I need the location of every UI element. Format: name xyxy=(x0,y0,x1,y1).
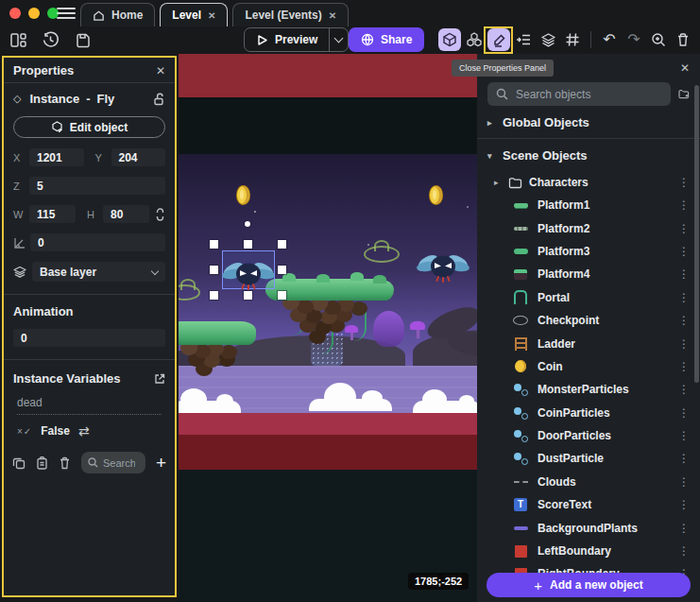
row-menu-icon[interactable]: ⋮ xyxy=(678,522,690,535)
object-item-ladder[interactable]: Ladder ⋮ xyxy=(477,332,700,354)
object-item-clouds[interactable]: Clouds ⋮ xyxy=(477,471,700,493)
platform-sprite[interactable] xyxy=(179,321,256,345)
3d-view-icon[interactable] xyxy=(438,28,461,51)
instances-icon[interactable] xyxy=(463,28,486,51)
object-item-platform1[interactable]: Platform1 ⋮ xyxy=(477,194,700,216)
panels-layout-icon[interactable] xyxy=(9,30,28,50)
group-scene-objects[interactable]: ▾ Scene Objects xyxy=(477,139,700,171)
close-tab-icon[interactable]: ✕ xyxy=(208,10,215,21)
animation-input[interactable]: 0 xyxy=(13,329,165,347)
object-item-checkpoint[interactable]: Checkpoint ⋮ xyxy=(477,309,700,332)
object-item-platform2[interactable]: Platform2 ⋮ xyxy=(477,216,700,239)
object-item-scoretext[interactable]: ScoreText ⋮ xyxy=(477,493,700,516)
row-menu-icon[interactable]: ⋮ xyxy=(678,245,690,258)
object-item-platform3[interactable]: Platform3 ⋮ xyxy=(477,240,700,263)
row-menu-icon[interactable]: ⋮ xyxy=(678,314,690,327)
variable-value[interactable]: False xyxy=(41,424,70,438)
history-icon[interactable] xyxy=(41,30,60,50)
object-item-coinparticles[interactable]: CoinParticles ⋮ xyxy=(477,402,700,424)
resize-handle[interactable] xyxy=(210,291,218,300)
object-item-portal[interactable]: Portal ⋮ xyxy=(477,286,700,309)
row-menu-icon[interactable]: ⋮ xyxy=(678,360,690,373)
row-menu-icon[interactable]: ⋮ xyxy=(678,452,690,465)
row-menu-icon[interactable]: ⋮ xyxy=(678,267,690,281)
height-input[interactable]: 80 xyxy=(103,205,149,223)
fly-sprite-selected[interactable] xyxy=(220,255,277,293)
edit-object-button[interactable]: Edit object xyxy=(13,116,165,138)
variable-name[interactable]: dead xyxy=(17,396,162,415)
variables-search[interactable] xyxy=(81,452,145,473)
toggle-variable-icon[interactable]: ⇄ xyxy=(78,423,90,439)
link-dimensions-icon[interactable] xyxy=(155,208,165,221)
checkpoint-outline[interactable] xyxy=(364,246,400,263)
resize-handle[interactable] xyxy=(244,291,252,300)
minimize-window-button[interactable] xyxy=(28,8,40,19)
variables-search-input[interactable] xyxy=(103,457,135,469)
object-item-dustparticle[interactable]: DustParticle ⋮ xyxy=(477,447,700,470)
rotate-handle[interactable] xyxy=(245,221,250,227)
trash-icon[interactable] xyxy=(672,28,694,51)
y-input[interactable]: 204 xyxy=(111,148,166,166)
scrollbar-thumb[interactable] xyxy=(694,85,699,383)
tab-level[interactable]: Level ✕ xyxy=(160,3,228,26)
redo-icon[interactable]: ↷ xyxy=(623,28,645,51)
close-window-button[interactable] xyxy=(9,8,21,19)
row-menu-icon[interactable]: ⋮ xyxy=(678,222,690,235)
object-item-backgroundplants[interactable]: BackgroundPlants ⋮ xyxy=(477,516,700,539)
grid-icon[interactable] xyxy=(561,28,584,51)
row-menu-icon[interactable]: ⋮ xyxy=(678,176,690,189)
row-menu-icon[interactable]: ⋮ xyxy=(678,475,690,489)
add-folder-icon[interactable] xyxy=(678,87,690,102)
close-tab-icon[interactable]: ✕ xyxy=(329,10,336,21)
object-item-leftboundary[interactable]: LeftBoundary ⋮ xyxy=(477,540,700,562)
preview-dropdown-button[interactable] xyxy=(329,27,348,52)
coin-sprite[interactable] xyxy=(237,186,249,204)
row-menu-icon[interactable]: ⋮ xyxy=(678,383,690,396)
group-global-objects[interactable]: ▸ Global Objects xyxy=(477,106,700,139)
fly-sprite[interactable] xyxy=(415,248,471,285)
add-object-button[interactable]: + Add a new object xyxy=(487,573,691,597)
close-properties-icon[interactable]: ✕ xyxy=(156,64,165,77)
layer-dropdown[interactable]: Base layer xyxy=(32,262,165,282)
row-menu-icon[interactable]: ⋮ xyxy=(678,406,690,420)
width-input[interactable]: 115 xyxy=(29,205,76,223)
delete-variable-icon[interactable] xyxy=(59,456,71,470)
resize-handle[interactable] xyxy=(210,266,218,274)
row-menu-icon[interactable]: ⋮ xyxy=(678,337,690,351)
undo-icon[interactable]: ↶ xyxy=(598,28,621,51)
share-button[interactable]: Share xyxy=(349,27,424,52)
objects-list-icon[interactable] xyxy=(512,28,535,51)
unlock-icon[interactable] xyxy=(153,93,165,106)
resize-handle[interactable] xyxy=(210,240,218,249)
objects-search[interactable] xyxy=(487,82,671,106)
edit-properties-icon[interactable] xyxy=(487,28,510,51)
edit-scene-events-icon[interactable] xyxy=(696,28,700,51)
row-menu-icon[interactable]: ⋮ xyxy=(678,498,690,511)
resize-handle[interactable] xyxy=(278,266,286,274)
open-variables-icon[interactable] xyxy=(154,373,165,385)
row-menu-icon[interactable]: ⋮ xyxy=(678,429,690,442)
coin-sprite[interactable] xyxy=(430,186,442,204)
object-item-monsterparticles[interactable]: MonsterParticles ⋮ xyxy=(477,378,700,401)
paste-icon[interactable] xyxy=(36,456,48,470)
object-item-doorparticles[interactable]: DoorParticles ⋮ xyxy=(477,424,700,447)
angle-input[interactable]: 0 xyxy=(30,233,165,251)
folder-characters[interactable]: ▸ Characters ⋮ xyxy=(477,171,700,194)
copy-icon[interactable] xyxy=(12,456,26,470)
save-icon[interactable] xyxy=(73,30,93,50)
tab-home[interactable]: Home xyxy=(80,3,155,26)
layers-icon[interactable] xyxy=(537,28,559,51)
resize-handle[interactable] xyxy=(278,291,286,300)
zoom-in-icon[interactable] xyxy=(647,28,670,51)
z-input[interactable]: 5 xyxy=(29,177,165,195)
object-item-platform4[interactable]: Platform4 ⋮ xyxy=(477,263,700,285)
row-menu-icon[interactable]: ⋮ xyxy=(678,291,690,304)
preview-button[interactable]: Preview xyxy=(244,27,349,52)
menu-icon[interactable] xyxy=(57,6,76,21)
close-objects-panel-icon[interactable]: ✕ xyxy=(680,61,690,75)
objects-search-input[interactable] xyxy=(516,88,662,101)
resize-handle[interactable] xyxy=(278,240,286,249)
resize-handle[interactable] xyxy=(244,240,252,249)
row-menu-icon[interactable]: ⋮ xyxy=(678,198,690,212)
row-menu-icon[interactable]: ⋮ xyxy=(678,544,690,558)
